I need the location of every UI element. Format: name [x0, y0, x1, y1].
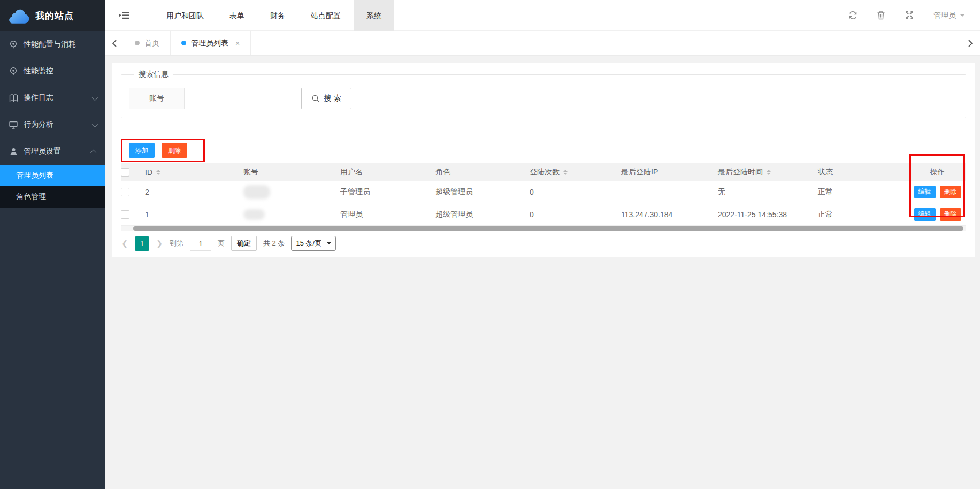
caret-down-icon — [960, 14, 965, 19]
page-1-button[interactable]: 1 — [135, 236, 149, 251]
search-button[interactable]: 搜 索 — [301, 88, 351, 109]
tab-bar: 首页 管理员列表 × — [105, 31, 980, 56]
cell-username: 子管理员 — [340, 187, 370, 197]
select-all-checkbox[interactable] — [121, 168, 129, 177]
account-field-label: 账号 — [129, 88, 185, 109]
sidebar-item-behavior-analysis[interactable]: 行为分析 — [0, 111, 105, 138]
admin-list-panel: 搜索信息 账号 搜 索 添加 删除 ID 账号 用户名 角色 — [112, 63, 975, 257]
row-checkbox[interactable] — [121, 188, 129, 196]
sidebar-subitem-admin-list[interactable]: 管理员列表 — [0, 165, 105, 186]
sort-icon[interactable] — [156, 170, 160, 175]
column-header-login-count: 登陆次数 — [530, 167, 560, 177]
toolbar-annotation-box: 添加 删除 — [121, 139, 205, 162]
monitor-icon — [9, 120, 18, 129]
horizontal-scrollbar[interactable] — [121, 226, 966, 231]
top-nav: 用户和团队 表单 财务 站点配置 系统 — [154, 0, 394, 31]
topnav-item-finance[interactable]: 财务 — [257, 0, 298, 31]
cell-role: 超级管理员 — [435, 187, 473, 197]
sidebar: 我的站点 性能配置与消耗 性能监控 操作日志 — [0, 0, 105, 489]
caret-down-icon — [327, 242, 331, 247]
confirm-button[interactable]: 确定 — [231, 236, 257, 251]
user-name: 管理员 — [933, 11, 956, 20]
column-header-role: 角色 — [435, 167, 450, 177]
sidebar-item-performance-monitor[interactable]: 性能监控 — [0, 58, 105, 85]
account-redacted-blur — [243, 185, 270, 199]
page-unit-label: 页 — [218, 239, 225, 248]
column-header-last-ip: 最后登陆IP — [621, 167, 658, 177]
chevron-right-icon[interactable]: ❯ — [156, 239, 163, 248]
row-checkbox[interactable] — [121, 210, 129, 219]
cell-last-ip: 113.247.30.184 — [621, 210, 672, 219]
cell-status: 正常 — [818, 210, 833, 219]
chevron-left-icon[interactable]: ❮ — [121, 239, 128, 248]
user-dropdown[interactable]: 管理员 — [933, 11, 965, 20]
cell-last-time: 2022-11-25 14:55:38 — [718, 210, 787, 219]
broadcast-icon — [9, 40, 18, 49]
tab-status-dot — [181, 41, 186, 45]
tab-home[interactable]: 首页 — [124, 31, 171, 55]
fullscreen-icon[interactable] — [905, 11, 914, 20]
sidebar-item-operation-logs[interactable]: 操作日志 — [0, 85, 105, 111]
cell-last-time: 无 — [718, 187, 725, 197]
column-header-actions: 操作 — [930, 167, 945, 177]
chevron-down-icon — [92, 120, 96, 129]
sidebar-subitem-label: 管理员列表 — [16, 171, 53, 180]
column-header-username: 用户名 — [340, 167, 363, 177]
topnav-item-forms[interactable]: 表单 — [217, 0, 257, 31]
sort-icon[interactable] — [563, 170, 568, 175]
close-icon[interactable]: × — [235, 39, 240, 48]
goto-label: 到第 — [170, 239, 183, 248]
goto-page-input[interactable] — [190, 236, 211, 251]
sidebar-item-label: 管理员设置 — [24, 147, 61, 156]
user-icon — [9, 147, 18, 156]
broadcast-icon — [9, 66, 18, 76]
trash-icon[interactable] — [877, 11, 886, 20]
cell-login-count: 0 — [530, 188, 534, 196]
cloud-logo-icon — [7, 7, 30, 24]
cell-role: 超级管理员 — [435, 210, 473, 219]
header-actions: 管理员 — [848, 11, 965, 20]
topnav-item-site-config[interactable]: 站点配置 — [298, 0, 354, 31]
book-icon — [9, 93, 18, 103]
refresh-icon[interactable] — [848, 11, 858, 20]
table-header-row: ID 账号 用户名 角色 登陆次数 最后登陆IP 最后登陆时间 状态 操作 — [121, 163, 966, 181]
table-row: 1 管理员 超级管理员 0 113.247.30.184 2022-11-25 … — [121, 203, 966, 226]
edit-button[interactable]: 编辑 — [914, 186, 936, 198]
search-button-label: 搜 索 — [324, 94, 341, 103]
cell-id: 1 — [145, 210, 149, 219]
collapse-sidebar-icon[interactable] — [119, 11, 129, 19]
tab-label: 首页 — [144, 39, 159, 48]
search-panel-legend: 搜索信息 — [134, 70, 173, 79]
sidebar-item-label: 行为分析 — [24, 120, 53, 129]
sort-icon[interactable] — [767, 170, 771, 175]
account-input[interactable] — [185, 88, 288, 109]
topnav-item-users-teams[interactable]: 用户和团队 — [154, 0, 217, 31]
cell-username: 管理员 — [340, 210, 363, 219]
sidebar-item-admin-settings[interactable]: 管理员设置 — [0, 138, 105, 165]
tab-admin-list[interactable]: 管理员列表 × — [171, 31, 251, 55]
add-button[interactable]: 添加 — [129, 143, 155, 158]
sidebar-subitem-role-management[interactable]: 角色管理 — [0, 186, 105, 208]
page-size-value: 15 条/页 — [296, 239, 321, 248]
tab-status-dot — [135, 41, 140, 45]
page-size-select[interactable]: 15 条/页 — [291, 236, 336, 251]
delete-button[interactable]: 删除 — [162, 143, 187, 158]
logo: 我的站点 — [0, 0, 105, 31]
search-panel: 搜索信息 账号 搜 索 — [121, 70, 966, 118]
scrollbar-thumb[interactable] — [133, 226, 963, 231]
pagination: ❮ 1 ❯ 到第 页 确定 共 2 条 15 条/页 — [121, 236, 966, 251]
column-header-last-time: 最后登陆时间 — [718, 167, 763, 177]
total-count-label: 共 2 条 — [263, 239, 285, 248]
topnav-item-system[interactable]: 系统 — [354, 0, 394, 31]
sidebar-item-label: 性能配置与消耗 — [24, 40, 76, 49]
delete-row-button[interactable]: 删除 — [940, 208, 961, 221]
sidebar-item-label: 操作日志 — [24, 93, 53, 103]
delete-row-button[interactable]: 删除 — [940, 186, 961, 198]
sidebar-item-performance-config[interactable]: 性能配置与消耗 — [0, 31, 105, 58]
tabs-scroll-left-button[interactable] — [105, 31, 124, 55]
edit-button[interactable]: 编辑 — [914, 208, 936, 221]
tabs-scroll-right-button[interactable] — [961, 31, 980, 55]
sidebar-item-label: 性能监控 — [24, 66, 53, 76]
top-header: 用户和团队 表单 财务 站点配置 系统 管理员 — [105, 0, 980, 31]
sidebar-subitem-label: 角色管理 — [16, 192, 46, 202]
